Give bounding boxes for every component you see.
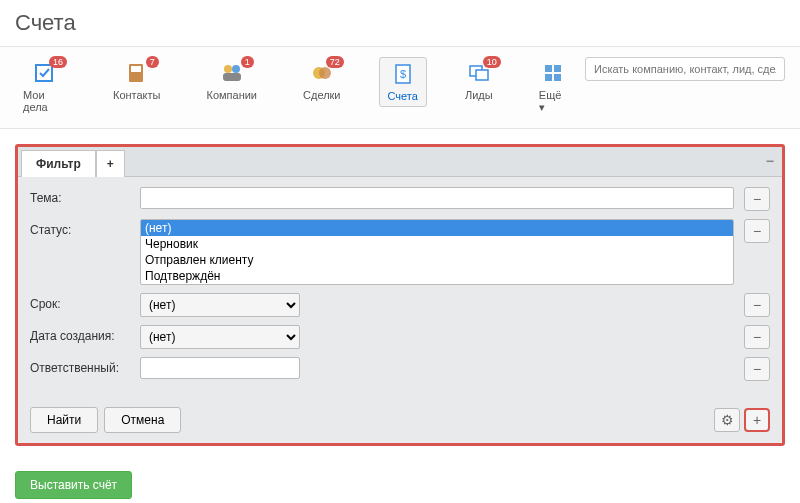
svg-rect-12 [545, 65, 552, 72]
svg-rect-0 [36, 65, 52, 81]
nav-label: Мои дела [23, 89, 67, 113]
svg-rect-11 [476, 70, 488, 80]
search-input[interactable] [585, 57, 785, 81]
tasks-icon: 16 [31, 61, 59, 85]
created-select[interactable]: (нет) [140, 325, 300, 349]
nav-invoices[interactable]: $ Счета [379, 57, 427, 107]
nav-more-label: Ещё ▾ [539, 89, 567, 114]
cancel-button[interactable]: Отмена [104, 407, 181, 433]
invoices-icon: $ [389, 62, 417, 86]
deadline-label: Срок: [30, 293, 140, 311]
find-button[interactable]: Найти [30, 407, 98, 433]
nav-contacts[interactable]: 7 Контакты [105, 57, 169, 105]
remove-theme-button[interactable]: − [744, 187, 770, 211]
nav-leads[interactable]: 10 Лиды [457, 57, 501, 105]
status-option[interactable]: Подтверждён [141, 268, 733, 284]
page-title: Счета [0, 0, 800, 47]
badge: 1 [241, 56, 254, 68]
badge: 16 [49, 56, 67, 68]
search-box [585, 57, 785, 81]
remove-responsible-button[interactable]: − [744, 357, 770, 381]
more-icon [539, 61, 567, 85]
theme-input[interactable] [140, 187, 734, 209]
svg-rect-13 [554, 65, 561, 72]
add-filter-button[interactable]: + [744, 408, 770, 432]
theme-label: Тема: [30, 187, 140, 205]
nav-my-tasks[interactable]: 16 Мои дела [15, 57, 75, 117]
badge: 7 [146, 56, 159, 68]
nav-companies[interactable]: 1 Компании [198, 57, 265, 105]
svg-point-4 [232, 65, 240, 73]
status-label: Статус: [30, 219, 140, 237]
settings-button[interactable]: ⚙ [714, 408, 740, 432]
filter-tabs: Фильтр + − [18, 147, 782, 177]
deals-icon: 72 [308, 61, 336, 85]
filter-panel: Фильтр + − Тема: − Статус: (нет) Чернови… [15, 144, 785, 446]
leads-icon: 10 [465, 61, 493, 85]
nav-label: Контакты [113, 89, 161, 101]
status-select[interactable]: (нет) Черновик Отправлен клиенту Подтвер… [140, 219, 734, 285]
navbar: 16 Мои дела 7 Контакты 1 Компании 72 Сде… [0, 47, 800, 129]
remove-deadline-button[interactable]: − [744, 293, 770, 317]
responsible-input[interactable] [140, 357, 300, 379]
filter-add-tab[interactable]: + [96, 150, 125, 177]
deadline-select[interactable]: (нет) [140, 293, 300, 317]
svg-rect-15 [554, 74, 561, 81]
status-option[interactable]: (нет) [141, 220, 733, 236]
status-option[interactable]: Отправлен клиенту [141, 252, 733, 268]
filter-tab[interactable]: Фильтр [21, 150, 96, 177]
contacts-icon: 7 [123, 61, 151, 85]
created-label: Дата создания: [30, 325, 140, 343]
badge: 72 [326, 56, 344, 68]
svg-rect-5 [223, 73, 241, 81]
svg-point-7 [319, 67, 331, 79]
responsible-label: Ответственный: [30, 357, 140, 375]
nav-more[interactable]: Ещё ▾ [531, 57, 575, 118]
svg-rect-2 [131, 66, 141, 72]
nav-deals[interactable]: 72 Сделки [295, 57, 349, 105]
filter-collapse-icon[interactable]: − [766, 153, 774, 169]
gear-icon: ⚙ [721, 412, 734, 428]
nav-label: Компании [206, 89, 257, 101]
companies-icon: 1 [218, 61, 246, 85]
nav-label: Сделки [303, 89, 341, 101]
filter-actions: Найти Отмена ⚙ + [18, 399, 782, 443]
svg-point-3 [224, 65, 232, 73]
status-option[interactable]: Черновик [141, 236, 733, 252]
nav-label: Лиды [465, 89, 493, 101]
filter-body: Тема: − Статус: (нет) Черновик Отправлен… [18, 177, 782, 399]
create-invoice-button[interactable]: Выставить счёт [15, 471, 132, 499]
remove-status-button[interactable]: − [744, 219, 770, 243]
remove-created-button[interactable]: − [744, 325, 770, 349]
svg-text:$: $ [400, 68, 406, 80]
svg-rect-14 [545, 74, 552, 81]
nav-label: Счета [388, 90, 418, 102]
badge: 10 [483, 56, 501, 68]
